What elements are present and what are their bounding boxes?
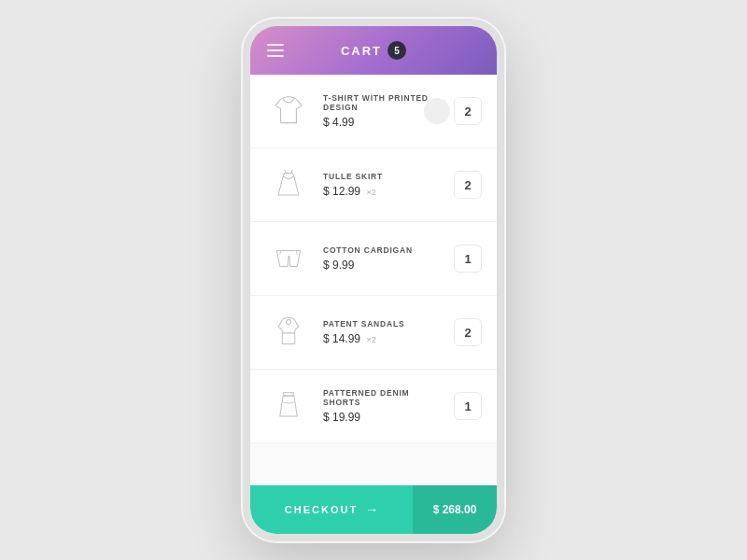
svg-point-6 [286, 320, 290, 325]
item-icon-dress [265, 161, 312, 208]
delete-circle[interactable] [424, 98, 450, 124]
item-name: COTTON CARDIGAN [323, 245, 443, 255]
item-quantity[interactable]: 1 [454, 392, 482, 420]
item-icon-skirt [265, 383, 312, 429]
item-name: PATENT SANDALS [323, 319, 443, 329]
svg-line-2 [291, 170, 293, 173]
item-price: $ 4.99 [323, 116, 443, 129]
item-icon-shorts [265, 235, 312, 282]
cart-item: T-SHIRT WITH PRINTED DESIGN $ 4.99 2 [250, 75, 497, 148]
svg-line-5 [296, 251, 297, 255]
item-quantity[interactable]: 2 [454, 171, 482, 199]
checkout-button[interactable]: CHECKOUT → [250, 485, 413, 534]
svg-line-1 [285, 170, 287, 173]
cart-header: CART 5 [250, 26, 497, 75]
item-info: PATENT SANDALS $ 14.99 ×2 [323, 319, 443, 345]
item-price: $ 19.99 [323, 411, 443, 424]
cart-list: T-SHIRT WITH PRINTED DESIGN $ 4.99 2 [250, 75, 497, 485]
header-title: CART [341, 44, 382, 58]
checkout-bar: CHECKOUT → $ 268.00 [250, 485, 497, 534]
total-amount: $ 268.00 [433, 503, 477, 516]
cart-item: TULLE SKIRT $ 12.99 ×2 2 [250, 148, 497, 222]
checkout-label: CHECKOUT [285, 504, 358, 515]
item-info: TULLE SKIRT $ 12.99 ×2 [323, 172, 443, 198]
svg-line-4 [280, 251, 281, 255]
item-info: COTTON CARDIGAN $ 9.99 [323, 245, 443, 272]
item-name: TULLE SKIRT [323, 172, 443, 181]
cart-item: PATTERNED DENIM SHORTS $ 19.99 1 [250, 370, 497, 443]
item-price: $ 12.99 ×2 [323, 185, 443, 198]
item-name: PATTERNED DENIM SHORTS [323, 388, 443, 407]
cart-badge: 5 [388, 41, 406, 60]
item-price: $ 14.99 ×2 [323, 332, 443, 345]
item-quantity[interactable]: 1 [454, 245, 482, 273]
item-quantity[interactable]: 2 [454, 318, 482, 346]
item-info: PATTERNED DENIM SHORTS $ 19.99 [323, 388, 443, 424]
item-icon-tshirt [265, 88, 312, 134]
item-quantity[interactable]: 2 [454, 97, 482, 125]
cart-item: PATENT SANDALS $ 14.99 ×2 2 [250, 296, 497, 370]
item-icon-blouse [265, 309, 312, 356]
checkout-total: $ 268.00 [413, 485, 497, 534]
menu-button[interactable] [267, 44, 284, 57]
cart-item: COTTON CARDIGAN $ 9.99 1 [250, 222, 497, 296]
price-multiplier: ×2 [366, 335, 375, 344]
item-price: $ 9.99 [323, 259, 443, 272]
phone-frame: CART 5 T-SHIRT WITH PRINTED DESIGN $ 4.9… [243, 19, 504, 541]
price-multiplier: ×2 [366, 188, 375, 197]
checkout-arrow-icon: → [365, 502, 378, 517]
header-title-group: CART 5 [341, 41, 406, 60]
